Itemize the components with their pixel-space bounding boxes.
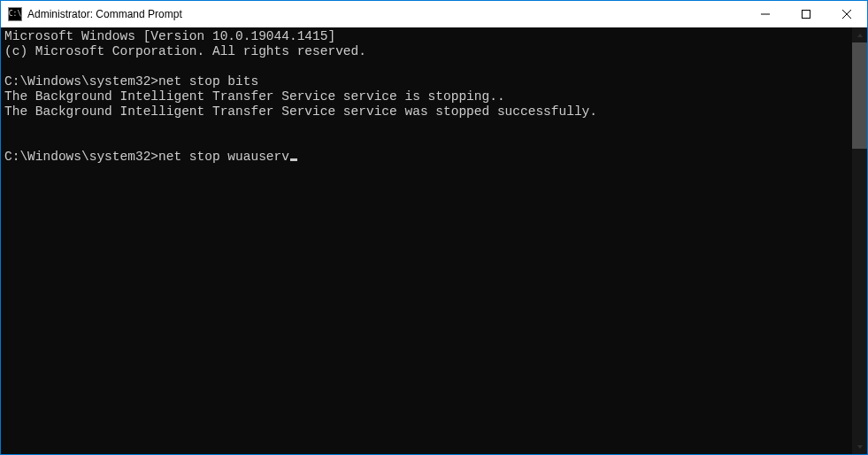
maximize-button[interactable]: [786, 1, 826, 27]
app-icon-text: C:\: [9, 11, 21, 18]
close-button[interactable]: [826, 1, 867, 27]
scrollbar-thumb[interactable]: [852, 42, 867, 149]
prompt: C:\Windows\system32>: [4, 74, 158, 89]
window-controls: [745, 1, 867, 27]
scrollbar-track[interactable]: [852, 42, 867, 439]
minimize-icon: [761, 10, 770, 19]
terminal-line: C:\Windows\system32>net stop wuauserv: [4, 150, 852, 165]
titlebar[interactable]: C:\ Administrator: Command Prompt: [1, 1, 867, 27]
maximize-icon: [802, 10, 810, 19]
window-title: Administrator: Command Prompt: [27, 8, 745, 20]
app-icon: C:\: [8, 7, 22, 21]
chevron-down-icon: [856, 443, 864, 451]
command: net stop wuauserv: [158, 150, 289, 164]
terminal-line: The Background Intelligent Transfer Serv…: [4, 104, 852, 120]
terminal-output[interactable]: Microsoft Windows [Version 10.0.19044.14…: [1, 27, 852, 454]
terminal-blank: [4, 135, 852, 150]
terminal-line: Microsoft Windows [Version 10.0.19044.14…: [4, 29, 852, 44]
command: net stop bits: [158, 74, 258, 89]
scroll-up-button[interactable]: [852, 27, 867, 42]
terminal-line: The Background Intelligent Transfer Serv…: [4, 89, 852, 104]
vertical-scrollbar[interactable]: [852, 27, 867, 454]
terminal-blank: [4, 59, 852, 74]
svg-rect-1: [803, 11, 810, 19]
command-prompt-window: C:\ Administrator: Command Prompt Micros…: [0, 0, 868, 455]
terminal-line: C:\Windows\system32>net stop bits: [4, 74, 852, 89]
cursor: [290, 158, 297, 161]
minimize-button[interactable]: [745, 1, 786, 27]
terminal-area: Microsoft Windows [Version 10.0.19044.14…: [1, 27, 867, 454]
close-icon: [842, 10, 851, 19]
svg-marker-5: [857, 445, 863, 449]
prompt: C:\Windows\system32>: [4, 150, 158, 164]
svg-marker-4: [857, 34, 863, 37]
terminal-blank: [4, 120, 852, 135]
scroll-down-button[interactable]: [852, 439, 867, 454]
chevron-up-icon: [856, 32, 864, 39]
terminal-line: (c) Microsoft Corporation. All rights re…: [4, 44, 852, 59]
